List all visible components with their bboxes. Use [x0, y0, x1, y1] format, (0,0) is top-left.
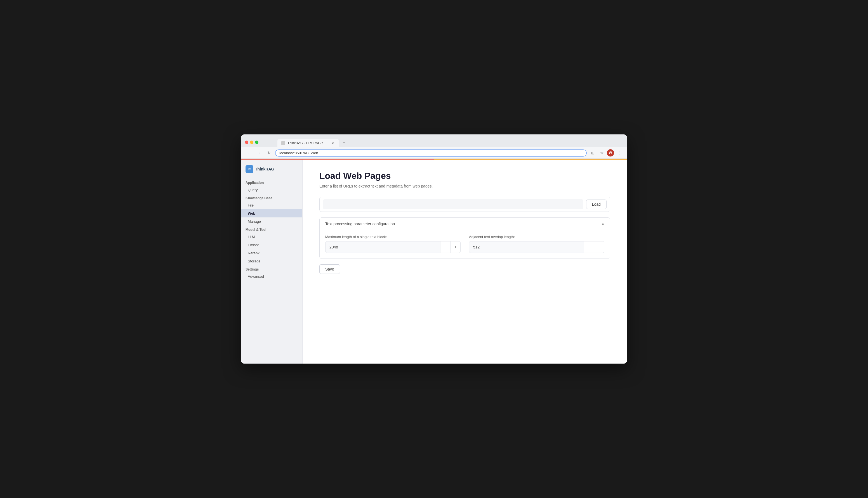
address-text: localhost:8501/KB_Web	[280, 151, 583, 155]
max-length-decrement-button[interactable]: −	[440, 241, 450, 253]
sidebar-item-advanced-label: Advanced	[248, 274, 264, 279]
page-title: Load Web Pages	[319, 171, 610, 181]
logo-icon: ≋	[246, 165, 254, 173]
sidebar-item-web-label: Web	[248, 211, 255, 215]
sidebar-item-advanced[interactable]: Advanced	[241, 273, 302, 280]
sidebar-item-manage[interactable]: Manage	[241, 218, 302, 225]
traffic-light-green[interactable]	[255, 141, 258, 144]
menu-icon[interactable]: ⋮	[615, 149, 623, 157]
sidebar-item-web[interactable]: Web	[241, 209, 302, 218]
sidebar-item-storage[interactable]: Storage	[241, 257, 302, 265]
overlap-input-row: 512 − +	[469, 241, 604, 253]
sidebar-item-file[interactable]: File	[241, 201, 302, 209]
sidebar-item-query[interactable]: Query	[241, 186, 302, 194]
overlap-decrement-button[interactable]: −	[584, 241, 594, 253]
sidebar-item-rerank[interactable]: Rerank	[241, 249, 302, 257]
browser-toolbar: ← → ↻ localhost:8501/KB_Web ⊞ ☆ W ⋮	[241, 147, 627, 159]
load-button[interactable]: Load	[586, 199, 607, 209]
sidebar-section-knowledge-base: Knowledge Base	[241, 194, 302, 201]
forward-button[interactable]: →	[255, 149, 263, 157]
sidebar-item-file-label: File	[248, 203, 254, 207]
chevron-up-icon: ∧	[601, 222, 604, 226]
browser-window: ThinkRAG - LLM RAG system... ✕ + ← → ↻ l…	[241, 134, 627, 364]
save-button[interactable]: Save	[319, 264, 340, 274]
max-length-increment-button[interactable]: +	[450, 241, 460, 253]
sidebar-item-rerank-label: Rerank	[248, 251, 259, 255]
sidebar: ≋ ThinkRAG Application Query Knowledge B…	[241, 160, 302, 364]
max-length-value: 2048	[325, 242, 440, 252]
sidebar-item-embed[interactable]: Embed	[241, 241, 302, 249]
sidebar-item-embed-label: Embed	[248, 243, 259, 247]
max-length-input-row: 2048 − +	[325, 241, 461, 253]
user-avatar[interactable]: W	[607, 149, 614, 157]
overlap-value: 512	[469, 242, 584, 252]
tab-bar: ThinkRAG - LLM RAG system... ✕ +	[261, 137, 348, 147]
config-panel: Text processing parameter configuration …	[319, 218, 610, 259]
bookmark-icon[interactable]: ☆	[598, 149, 606, 157]
tab-title: ThinkRAG - LLM RAG system...	[287, 141, 328, 145]
tab-close-button[interactable]: ✕	[331, 141, 335, 145]
config-field-overlap: Adjacent text overlap length: 512 − +	[469, 235, 604, 253]
sidebar-section-settings: Settings	[241, 265, 302, 273]
logo-text: ThinkRAG	[255, 167, 274, 171]
url-input-area: Load	[319, 197, 610, 212]
sidebar-item-storage-label: Storage	[248, 259, 261, 263]
traffic-lights	[245, 141, 258, 144]
browser-tab-active[interactable]: ThinkRAG - LLM RAG system... ✕	[277, 139, 339, 147]
new-tab-button[interactable]: +	[340, 139, 348, 147]
sidebar-item-query-label: Query	[248, 188, 258, 192]
back-button[interactable]: ←	[245, 149, 253, 157]
logo-icon-glyph: ≋	[248, 167, 251, 171]
sidebar-item-manage-label: Manage	[248, 219, 261, 224]
browser-titlebar: ThinkRAG - LLM RAG system... ✕ +	[241, 134, 627, 147]
sidebar-section-application: Application	[241, 179, 302, 186]
config-panel-title: Text processing parameter configuration	[325, 222, 395, 226]
traffic-light-red[interactable]	[245, 141, 248, 144]
address-bar[interactable]: localhost:8501/KB_Web	[275, 149, 587, 157]
sidebar-item-llm[interactable]: LLM	[241, 233, 302, 241]
sidebar-logo: ≋ ThinkRAG	[241, 165, 302, 179]
config-field-overlap-label: Adjacent text overlap length:	[469, 235, 604, 239]
main-content: Load Web Pages Enter a list of URLs to e…	[302, 160, 627, 364]
traffic-light-yellow[interactable]	[250, 141, 254, 144]
config-field-max-length-label: Maximum length of a single text block:	[325, 235, 461, 239]
config-field-max-length: Maximum length of a single text block: 2…	[325, 235, 461, 253]
app-layout: ≋ ThinkRAG Application Query Knowledge B…	[241, 160, 627, 364]
sidebar-item-llm-label: LLM	[248, 235, 255, 239]
overlap-increment-button[interactable]: +	[594, 241, 604, 253]
url-input[interactable]	[323, 199, 583, 209]
config-row: Maximum length of a single text block: 2…	[325, 235, 604, 253]
sidebar-section-model-tool: Model & Tool	[241, 225, 302, 233]
browser-chrome: ThinkRAG - LLM RAG system... ✕ + ← → ↻ l…	[241, 134, 627, 159]
reload-button[interactable]: ↻	[265, 149, 273, 157]
toolbar-actions: ⊞ ☆ W ⋮	[589, 149, 623, 157]
config-panel-header[interactable]: Text processing parameter configuration …	[320, 218, 610, 230]
tab-favicon	[281, 141, 285, 145]
page-description: Enter a list of URLs to extract text and…	[319, 184, 610, 188]
config-panel-body: Maximum length of a single text block: 2…	[320, 230, 610, 259]
translate-icon[interactable]: ⊞	[589, 149, 597, 157]
